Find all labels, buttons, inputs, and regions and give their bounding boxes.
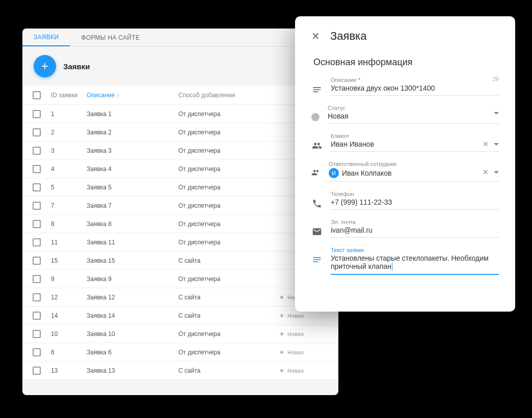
field-value[interactable]: Установка двух окон 1300*1400 — [331, 84, 499, 92]
cell-id: 2 — [51, 129, 87, 136]
request-detail-panel: ✕ Заявка Основная информация Описание Ус… — [295, 16, 515, 312]
status-dot-icon — [280, 369, 283, 372]
cell-method: С сайта — [178, 257, 280, 264]
row-checkbox[interactable] — [33, 275, 41, 283]
field-value[interactable]: Установлены старые стеклопакеты. Необход… — [331, 254, 499, 271]
cell-method: С сайта — [178, 312, 280, 319]
row-checkbox[interactable] — [33, 348, 41, 356]
cell-desc: Заявка 9 — [87, 275, 178, 283]
cell-desc: Заявка 13 — [87, 367, 178, 374]
table-header: ID заявки Описание↑ Способ добавления — [22, 86, 338, 105]
col-description[interactable]: Описание↑ — [87, 92, 178, 99]
cell-id: 6 — [51, 349, 87, 356]
field-value[interactable]: +7 (999) 111-22-33 — [331, 198, 499, 206]
field-label: Эл. почта — [331, 219, 499, 225]
col-id[interactable]: ID заявки — [51, 92, 87, 99]
cell-desc: Заявка 10 — [87, 330, 178, 338]
people-icon — [311, 168, 321, 177]
cell-method: От диспетчера — [178, 330, 280, 338]
table-row[interactable]: 3Заявка 3От диспетчера — [22, 142, 338, 160]
clear-icon[interactable]: ✕ — [483, 168, 489, 176]
table-row[interactable]: 6Заявка 6От диспетчераНовая — [22, 343, 338, 361]
cell-id: 3 — [51, 147, 87, 154]
chevron-down-icon[interactable] — [494, 112, 499, 115]
phone-field[interactable]: Телефон +7 (999) 111-22-33 — [311, 191, 499, 210]
table-row[interactable]: 5Заявка 5От диспетчера — [22, 178, 338, 197]
table-row[interactable]: 12Заявка 12С сайтаНовая — [22, 288, 338, 306]
field-value[interactable]: ivan@mail.ru — [331, 226, 499, 234]
cell-id: 7 — [51, 202, 87, 209]
table-row[interactable]: 9Заявка 9От диспетчера — [22, 270, 338, 288]
request-text-field[interactable]: Текст заявки Установлены старые стеклопа… — [311, 247, 499, 275]
row-checkbox[interactable] — [33, 202, 41, 210]
status-field[interactable]: Статус Новая — [311, 105, 499, 124]
table-row[interactable]: 11Заявка 11От диспетчера — [22, 233, 338, 252]
description-field[interactable]: Описание Установка двух окон 1300*1400 2… — [311, 77, 499, 96]
avatar: И — [329, 168, 339, 178]
row-checkbox[interactable] — [33, 312, 41, 320]
cell-method: От диспетчера — [178, 147, 280, 154]
tab-forms[interactable]: ФОРМЫ НА САЙТЕ — [70, 29, 151, 46]
table-row[interactable]: 10Заявка 10От диспетчераНовая — [22, 325, 338, 343]
cell-id: 10 — [51, 330, 87, 338]
tabs-bar: ЗАЯВКИ ФОРМЫ НА САЙТЕ — [22, 29, 338, 47]
row-checkbox[interactable] — [33, 330, 41, 338]
cell-desc: Заявка 12 — [87, 294, 178, 301]
row-checkbox[interactable] — [33, 183, 41, 191]
row-checkbox[interactable] — [33, 257, 41, 265]
cell-desc: Заявка 2 — [87, 129, 178, 136]
table-row[interactable]: 4Заявка 4От диспетчера — [22, 160, 338, 178]
close-icon[interactable]: ✕ — [311, 30, 320, 42]
field-value[interactable]: Новая — [328, 112, 499, 120]
field-label: Статус — [328, 105, 499, 111]
table-row[interactable]: 7Заявка 7От диспетчера — [22, 197, 338, 215]
chevron-down-icon[interactable] — [494, 171, 499, 174]
select-all-checkbox[interactable] — [33, 91, 41, 99]
table-row[interactable]: 13Заявка 13С сайтаНовая — [22, 361, 338, 380]
table-row[interactable]: 1Заявка 1От диспетчера — [22, 105, 338, 123]
cell-id: 4 — [51, 165, 87, 173]
row-checkbox[interactable] — [33, 238, 41, 246]
row-checkbox[interactable] — [33, 367, 41, 375]
row-checkbox[interactable] — [33, 110, 41, 118]
table-row[interactable]: 14Заявка 14С сайтаНовая — [22, 306, 338, 325]
table-row[interactable]: 15Заявка 15С сайта — [22, 252, 338, 270]
page-title: Заявки — [63, 62, 90, 71]
row-checkbox[interactable] — [33, 293, 41, 301]
cell-id: 12 — [51, 294, 87, 301]
field-label: Телефон — [331, 191, 499, 197]
text-icon — [311, 254, 323, 265]
cell-desc: Заявка 7 — [87, 202, 178, 209]
tab-requests[interactable]: ЗАЯВКИ — [22, 29, 70, 46]
clear-icon[interactable]: ✕ — [483, 140, 489, 148]
detail-header: ✕ Заявка — [311, 30, 499, 43]
cell-id: 8 — [51, 220, 87, 228]
row-checkbox[interactable] — [33, 147, 41, 155]
field-value[interactable]: Иван Иванов — [331, 140, 499, 148]
field-value[interactable]: И Иван Колпаков — [329, 168, 499, 178]
status-dot-icon — [280, 296, 283, 299]
row-checkbox[interactable] — [33, 220, 41, 228]
cell-method: От диспетчера — [178, 220, 280, 228]
people-icon — [311, 140, 323, 151]
text-cursor — [392, 263, 392, 271]
row-checkbox[interactable] — [33, 165, 41, 173]
chevron-down-icon[interactable] — [494, 143, 499, 146]
status-dot-icon — [311, 113, 320, 121]
cell-id: 5 — [51, 184, 87, 191]
employee-field[interactable]: Ответственный сотрудник И Иван Колпаков … — [311, 161, 499, 182]
cell-desc: Заявка 1 — [87, 110, 178, 118]
field-label: Ответственный сотрудник — [329, 161, 499, 167]
add-request-button[interactable]: + — [34, 55, 56, 77]
cell-method: От диспетчера — [178, 202, 280, 209]
cell-desc: Заявка 14 — [87, 312, 178, 319]
email-icon — [311, 226, 323, 237]
table-row[interactable]: 2Заявка 2От диспетчера — [22, 123, 338, 142]
char-counter: 29 — [493, 76, 499, 82]
client-field[interactable]: Клиент Иван Иванов ✕ — [311, 133, 499, 152]
requests-table: ID заявки Описание↑ Способ добавления 1З… — [22, 86, 338, 380]
table-row[interactable]: 8Заявка 8От диспетчера — [22, 215, 338, 233]
row-checkbox[interactable] — [33, 128, 41, 136]
email-field[interactable]: Эл. почта ivan@mail.ru — [311, 219, 499, 238]
col-method[interactable]: Способ добавления — [178, 92, 280, 99]
